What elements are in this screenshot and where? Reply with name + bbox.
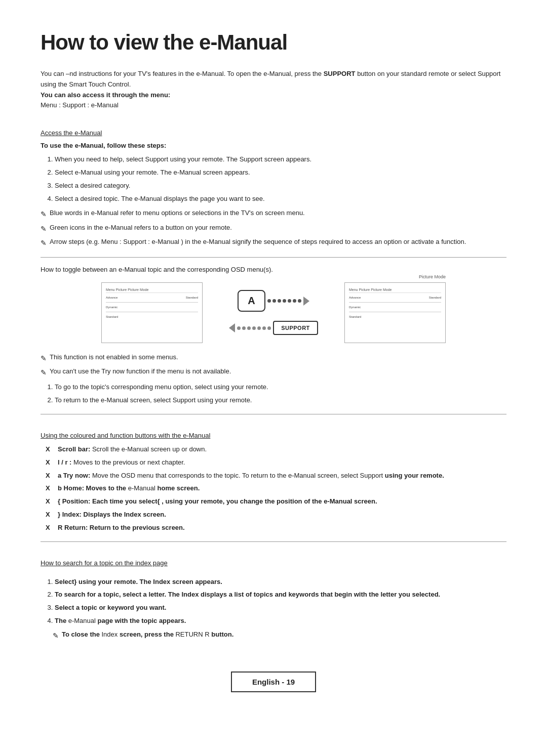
note-text: Arrow steps (e.g. Menu : Support : e-Man… [50,237,466,247]
tv-menu-divider [349,302,441,303]
arrow-dots-right [267,299,301,303]
list-item: X Scroll bar: Scroll the e-Manual screen… [46,444,506,455]
tv-menu-item: Standard [106,315,198,318]
note-icon: ✎ [41,237,47,248]
tv-menu-item: AdvanceStandard [106,296,198,299]
section4-heading: How to search for a topic on the index p… [41,559,168,567]
divider [41,414,506,414]
divider [41,541,506,542]
list-item: Select a desired topic. The e-Manual dis… [55,194,506,204]
item-text: Scroll bar: Scroll the e-Manual screen u… [58,444,207,455]
item-text: a Try now: Move the OSD menu that corres… [58,471,444,481]
dot [242,326,246,330]
tv-menu-divider [349,312,441,312]
item-text: R Return: Return to the previous screen. [58,523,185,533]
section4-steps: Select} using your remote. The Index scr… [41,577,506,642]
dot [257,326,261,330]
tv-menu-item: Standard [349,315,441,318]
note-text: Green icons in the e-Manual refers to a … [50,223,232,233]
note-text: This function is not enabled in some men… [50,352,178,363]
footer-text: English - 19 [252,678,295,686]
note-text: Blue words in e-Manual refer to menu opt… [50,208,305,219]
dot [283,299,286,303]
tv-right-label: Picture Mode [419,274,446,279]
list-item: To go to the topic's corresponding menu … [55,382,506,393]
list-item: To search for a topic, select a letter. … [55,590,506,600]
section1-heading: Access the e-Manual [41,129,102,137]
dot [237,326,241,330]
note-item-s2: ✎ This function is not enabled in some m… [41,352,506,364]
list-item: Select a topic or keyword you want. [55,603,506,613]
page-title: How to view the e-Manual [41,30,506,55]
note-icon: ✎ [53,630,59,641]
item-text: } Index: Displays the Index screen. [58,510,166,520]
note-item: ✎ Green icons in the e-Manual refers to … [41,223,506,234]
right-tv-wrapper: Picture Mode Menu Picture Picture Mode A… [344,282,446,343]
support-code: SUPPORT [324,70,356,77]
divider [41,257,506,258]
note-text: You can't use the Try now function if th… [50,366,231,377]
list-item: X a Try now: Move the OSD menu that corr… [46,471,506,481]
list-item: To return to the e-Manual screen, select… [55,395,506,406]
dot [247,326,251,330]
section2-steps: To go to the topic's corresponding menu … [41,382,506,406]
intro-block: You can –nd instructions for your TV's f… [41,69,506,111]
dot [267,299,271,303]
list-item: The e-Manual page with the topic appears… [55,616,506,641]
tv-menu-item: Dynamic [106,306,198,309]
x-label: X [46,471,55,481]
footer-box: English - 19 [231,671,316,692]
x-label: X [46,444,55,455]
note-item: ✎ Arrow steps (e.g. Menu : Support : e-M… [41,237,506,248]
note-text: To close the Index screen, press the RET… [62,629,233,640]
section3-list: X Scroll bar: Scroll the e-Manual screen… [41,444,506,533]
menu-path: Menu : Support : e-Manual [41,101,119,109]
dot [252,326,256,330]
intro-line2: You can also access it through the menu: [41,91,170,99]
tv-menu-divider [106,302,198,303]
tv-menu-items-right: AdvanceStandard Dynamic Standard [349,296,441,318]
section3-heading: Using the coloured and function buttons … [41,432,210,439]
dot [298,299,301,303]
section1-steps: When you need to help, select Support us… [41,154,506,204]
footer: English - 19 [41,671,506,692]
list-item: X { Position: Each time you select{ , us… [46,496,506,507]
tv-menu-divider [106,312,198,312]
section1-lead: To use the e-Manual, follow these steps: [41,142,506,149]
arrow-head-left [229,323,235,332]
arrow-head-right [303,297,309,306]
diagram-wrapper: Menu Picture Picture Mode AdvanceStandar… [41,282,506,343]
arrow-left-bottom: SUPPORT [229,321,318,335]
note-icon: ✎ [41,223,47,234]
dot [278,299,281,303]
x-label: X [46,496,55,507]
intro-line1: You can –nd instructions for your TV's f… [41,70,324,77]
x-label: X [46,457,55,468]
tv-menu-item: Dynamic [349,306,441,309]
arrows-col: A [229,290,318,335]
tv-menu-item: AdvanceStandard [349,296,441,299]
list-item: X l / r : Moves to the previous or next … [46,457,506,468]
tv-menu-items: AdvanceStandard Dynamic Standard [106,296,198,318]
support-button: SUPPORT [273,321,318,335]
list-item: X b Home: Moves to the e-Manual home scr… [46,483,506,494]
item-text: l / r : Moves to the previous or next ch… [58,457,185,468]
item-text: b Home: Moves to the e-Manual home scree… [58,483,200,494]
note-item: ✎ Blue words in e-Manual refer to menu o… [41,208,506,220]
list-item: Select} using your remote. The Index scr… [55,577,506,587]
x-label: X [46,510,55,520]
arrow-dots-left [237,326,271,330]
dot [288,299,291,303]
right-tv-screen: Menu Picture Picture Mode AdvanceStandar… [344,282,446,343]
note-item-s2: ✎ You can't use the Try now function if … [41,366,506,378]
tv-menu-line-right: Menu Picture Picture Mode [349,288,441,293]
list-item: When you need to help, select Support us… [55,154,506,165]
list-item: Select a desired category. [55,181,506,191]
dot [267,326,271,330]
note-item-s4: ✎ To close the Index screen, press the R… [53,629,506,641]
dot [272,299,276,303]
note-icon: ✎ [41,353,47,364]
note-icon: ✎ [41,208,47,220]
left-tv-screen: Menu Picture Picture Mode AdvanceStandar… [101,282,203,343]
note-icon: ✎ [41,367,47,378]
